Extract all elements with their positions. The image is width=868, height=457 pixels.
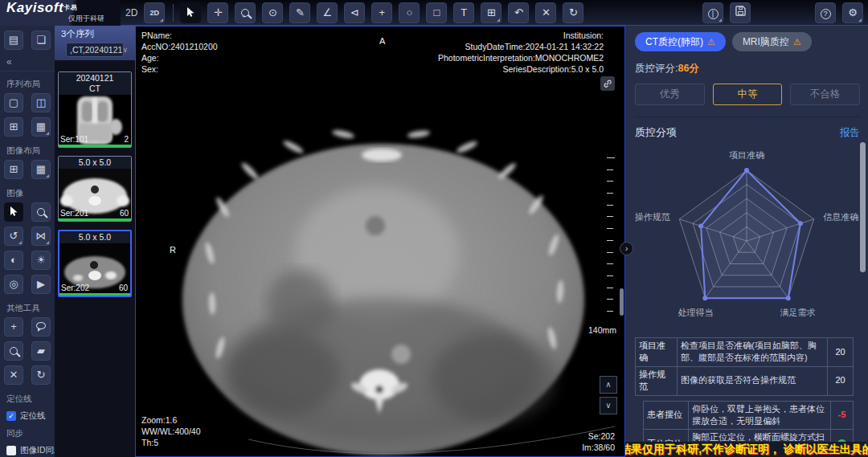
layout-1x1-button[interactable]: ▢ (4, 93, 23, 112)
roi-magnify-button[interactable] (4, 341, 23, 361)
plus-icon: + (10, 320, 17, 333)
rotate-button[interactable]: ↺ (4, 226, 23, 246)
layout-3x3-button[interactable]: ▦ (31, 117, 51, 137)
series-thumbnail-201[interactable]: 5.0 x 5.0 Ser:201 60 (58, 156, 132, 222)
subcriteria-desc: 仰卧位，双臂上举抱头，患者体位摆放合适，无明显偏斜 (689, 401, 831, 430)
close-icon: ✕ (542, 6, 551, 18)
series-thumbnail-101[interactable]: 20240121 CT Ser:101 2 (58, 71, 132, 148)
chevron-down-icon: ∨ (605, 401, 611, 410)
ct-axial-image (136, 27, 624, 456)
grade-excellent-button[interactable]: 优秀 (635, 84, 705, 105)
comment-tool-button[interactable] (31, 317, 51, 337)
cobb-angle-button[interactable]: ⊲ (344, 2, 365, 23)
invert-button[interactable]: ◎ (4, 275, 23, 294)
point-marker-button[interactable]: + (371, 2, 392, 23)
img-layout-2x2-icon: ⊞ (10, 163, 18, 175)
brightness-button[interactable]: ☀ (31, 251, 51, 270)
top-toolbar: Kayisoft卡易 仅用于科研 2D 2D ✛ + ⊙ ✎ ∠ ⊲ + ○ □… (0, 0, 868, 26)
subcriteria-label: 患者摆位 (644, 401, 689, 430)
main-viewport[interactable]: PName: AccNO:2401210200 Age: Sex: A R In… (135, 26, 625, 457)
grade-fail-button[interactable]: 不合格 (790, 84, 860, 105)
pointer-sidebar-button[interactable] (4, 202, 23, 222)
image-scrollbar-thumb[interactable] (620, 288, 624, 316)
qc-subsection-title: 质控分项 (635, 125, 677, 140)
tab-mri-qc[interactable]: MRI脑质控 ⚠ (732, 32, 812, 51)
delete-annotation-button[interactable]: ✕ (535, 2, 556, 23)
series-number: Ser:201 (60, 209, 88, 218)
cross-icon: + (379, 6, 386, 18)
scale-ruler (607, 157, 613, 323)
target-icon: ◎ (9, 278, 18, 290)
chevron-up-icon: ∧ (605, 380, 611, 389)
pan-tool-button[interactable]: ✛ (207, 2, 228, 23)
brand-text: Kayisoft卡易 (6, 1, 116, 14)
checkbox-checked[interactable]: ✓ (6, 411, 16, 421)
cine-grid-button[interactable]: ⊞ (481, 2, 502, 23)
brightness-icon: ☀ (36, 254, 46, 266)
delete-tool-button[interactable]: ✕ (4, 365, 23, 385)
svg-text:满足需求: 满足需求 (780, 308, 816, 317)
magnifier-icon (37, 208, 45, 216)
scroll-up-button[interactable]: ∧ (600, 376, 617, 394)
undo-icon: ↶ (514, 6, 523, 18)
study-dropdown[interactable]: ,CT,20240121 ∨ (66, 43, 124, 57)
img-layout-2x2-button[interactable]: ⊞ (4, 160, 23, 179)
collapse-sidebar-button[interactable]: « (0, 55, 55, 71)
tab-ct-qc[interactable]: CT质控(肺部) ⚠ (635, 32, 726, 51)
qc-panel: CT质控(肺部) ⚠ MRI脑质控 ⚠ 质控评分:86分 优秀 中等 不合格 质… (625, 26, 868, 457)
qc-panel-scrollbar[interactable] (860, 142, 866, 272)
pointer-tool-button[interactable] (180, 2, 201, 23)
measure-angle-button[interactable]: ∠ (317, 2, 338, 23)
reset-button[interactable]: ↻ (563, 2, 583, 23)
grade-medium-button[interactable]: 中等 (713, 84, 783, 105)
series-layout-label: 序列布局 (0, 75, 55, 93)
info-button[interactable]: | (702, 2, 723, 23)
layout-select-button[interactable]: 2D (144, 2, 165, 23)
reset-tool-button[interactable]: ↻ (31, 365, 51, 385)
probe-tool-button[interactable]: ⊙ (262, 2, 283, 23)
settings-button[interactable]: ⚙ (842, 2, 863, 23)
panel-expander-button[interactable]: › (620, 242, 633, 255)
app-logo: Kayisoft卡易 仅用于科研 (0, 0, 121, 26)
scroll-down-button[interactable]: ∨ (600, 397, 617, 414)
undo-button[interactable]: ↶ (508, 2, 529, 23)
link-series-button[interactable] (600, 76, 615, 91)
save-button[interactable] (730, 2, 751, 23)
locator-checkbox-row[interactable]: ✓ 定位线 (0, 408, 55, 424)
toolbar-separator (173, 4, 174, 22)
measure-length-button[interactable]: ✎ (289, 2, 310, 23)
text-annotation-button[interactable]: T (453, 2, 474, 23)
eraser-button[interactable]: ▰ (31, 341, 51, 361)
checkbox[interactable] (6, 446, 16, 455)
contrast-button[interactable]: ◐ (4, 251, 23, 270)
panel-toggle-button[interactable]: ▤ (4, 31, 23, 50)
probe-icon: ⊙ (268, 6, 277, 18)
table-row: 项目准确 检查项目是否准确(项目如脑部、胸部、腹部是否在标准的范围内容) 20 (636, 338, 854, 367)
sync-imageid-row[interactable]: 图像ID同步 (0, 443, 55, 457)
left-tool-sidebar: ▤ ❏ « 序列布局 ▢ ◫ ⊞ ▦ 图像布局 ⊞ ▦ 图像 ↺ ⋈ ◐ ☀ (0, 26, 55, 457)
cine-play-button[interactable]: ▶ (31, 275, 51, 294)
progress-bar (59, 218, 131, 221)
other-tools-label: 其他工具 (0, 299, 55, 317)
mode-2d-label: 2D (125, 7, 137, 18)
import-series-button[interactable]: ❏ (31, 31, 51, 50)
progress-bar (59, 293, 130, 296)
help-button[interactable]: ? (815, 2, 836, 23)
add-tool-button[interactable]: + (4, 317, 23, 337)
img-layout-3x3-button[interactable]: ▦ (31, 160, 51, 179)
dropdown-corner (160, 18, 163, 22)
dropdown-corner (497, 18, 500, 22)
layout-1x2-button[interactable]: ◫ (31, 93, 51, 112)
layout-2x2-button[interactable]: ⊞ (4, 117, 23, 137)
dropdown-corner (858, 18, 862, 22)
ellipse-roi-button[interactable]: ○ (399, 2, 420, 23)
zoom-tool-button[interactable]: + (235, 2, 256, 23)
rect-roi-button[interactable]: □ (426, 2, 447, 23)
series-thumbnail-202-selected[interactable]: 5.0 x 5.0 Ser:202 60 (58, 230, 132, 297)
report-link[interactable]: 报告 (840, 126, 860, 140)
link-icon (603, 79, 612, 88)
magnifier-button[interactable] (31, 202, 51, 222)
chevron-down-icon: ∨ (122, 46, 128, 54)
rotate-icon: ↺ (10, 230, 18, 242)
flip-button[interactable]: ⋈ (31, 226, 51, 246)
